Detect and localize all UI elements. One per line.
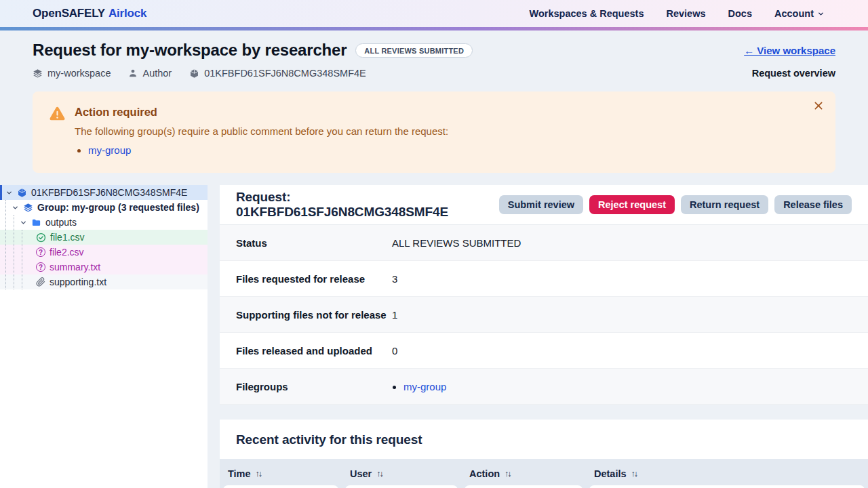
nav-workspaces-requests[interactable]: Workspaces & Requests <box>530 8 644 19</box>
detail-label: Files released and uploaded <box>220 345 392 357</box>
column-header-time[interactable]: Time ↑↓ <box>220 465 342 484</box>
column-header-details[interactable]: Details ↑↓ <box>586 465 868 484</box>
detail-value: ALL REVIEWS SUBMITTED <box>392 237 521 249</box>
detail-value: my-group <box>392 381 446 392</box>
detail-label: Filegroups <box>220 381 392 392</box>
request-card-title: Request: 01KFBFD61SFJ6N8CMG348SMF4E <box>236 190 499 220</box>
file-tree: 01KFBFD61SFJ6N8CMG348SMF4E Group: my-gro… <box>0 185 208 289</box>
tree-file-label: supporting.txt <box>50 277 106 287</box>
alert-close-button[interactable] <box>810 98 827 114</box>
sort-icon: ↑↓ <box>256 469 262 479</box>
chevron-down-icon <box>5 189 13 197</box>
tree-file-summary[interactable]: ? summary.txt <box>0 260 208 274</box>
alert-group-item: my-group <box>88 142 448 158</box>
sort-icon: ↑↓ <box>505 469 511 479</box>
alert-group-link[interactable]: my-group <box>88 144 131 156</box>
tree-request-label: 01KFBFD61SFJ6N8CMG348SMF4E <box>31 187 187 198</box>
return-request-button[interactable]: Return request <box>681 195 768 214</box>
time-filter-input[interactable] <box>223 485 338 488</box>
tree-node-group[interactable]: Group: my-group (3 requested files) <box>0 200 208 215</box>
column-header-user[interactable]: User ↑↓ <box>342 465 461 484</box>
chevron-down-icon <box>817 10 825 18</box>
column-label: Action <box>469 468 500 479</box>
folder-icon <box>31 218 41 228</box>
check-circle-icon <box>36 232 46 243</box>
details-filter-input[interactable] <box>589 485 865 488</box>
tree-file-label: summary.txt <box>50 262 100 272</box>
detail-row-files-released: Files released and uploaded 0 <box>220 333 868 369</box>
column-label: Details <box>594 468 627 479</box>
request-details-table: Status ALL REVIEWS SUBMITTED Files reque… <box>220 225 868 405</box>
nav-links: Workspaces & Requests Reviews Docs Accou… <box>530 8 825 19</box>
detail-row-supporting-files: Supporting files not for release 1 <box>220 297 868 333</box>
alert-message: The following group(s) require a public … <box>75 125 448 137</box>
tree-folder-label: outputs <box>45 217 77 228</box>
detail-label: Supporting files not for release <box>220 309 392 321</box>
meta-workspace-label: my-workspace <box>47 68 111 79</box>
alert-group-list: my-group <box>75 142 448 158</box>
status-badge: ALL REVIEWS SUBMITTED <box>355 43 473 58</box>
reject-request-button[interactable]: Reject request <box>589 195 675 214</box>
top-navbar: OpenSAFELYAirlock Workspaces & Requests … <box>0 0 868 27</box>
tree-file-label: file2.csv <box>50 247 84 258</box>
nav-account-menu[interactable]: Account <box>774 8 825 19</box>
detail-row-filegroups: Filegroups my-group <box>220 369 868 405</box>
tree-file-file2[interactable]: ? file2.csv <box>0 245 208 260</box>
package-icon <box>17 188 27 198</box>
column-label: Time <box>228 468 251 479</box>
detail-row-files-requested: Files requested for release 3 <box>220 261 868 297</box>
activity-table-header: Time ↑↓ User ↑↓ Action ↑↓ Details ↑↓ <box>220 459 868 488</box>
user-filter-input[interactable] <box>345 485 458 488</box>
layers-icon <box>23 203 33 213</box>
sort-icon: ↑↓ <box>631 469 637 479</box>
question-circle-icon: ? <box>36 262 45 272</box>
tree-file-supporting[interactable]: supporting.txt <box>0 274 208 289</box>
detail-value: 1 <box>392 309 397 321</box>
close-icon <box>813 100 824 111</box>
layers-icon <box>33 68 43 79</box>
file-tree-sidebar: 01KFBFD61SFJ6N8CMG348SMF4E Group: my-gro… <box>0 185 208 488</box>
tree-file-label: file1.csv <box>50 232 85 243</box>
content-area: 01KFBFD61SFJ6N8CMG348SMF4E Group: my-gro… <box>0 185 868 488</box>
question-circle-icon: ? <box>36 247 45 257</box>
nav-docs[interactable]: Docs <box>728 8 752 19</box>
action-required-alert: Action required The following group(s) r… <box>33 92 835 173</box>
paperclip-icon <box>36 277 45 287</box>
column-header-action[interactable]: Action ↑↓ <box>461 465 586 484</box>
detail-label: Files requested for release <box>220 273 392 285</box>
nav-reviews[interactable]: Reviews <box>666 8 705 19</box>
warning-icon <box>49 105 66 158</box>
brand-airlock: Airlock <box>108 7 146 20</box>
tree-file-file1[interactable]: file1.csv <box>0 230 208 245</box>
submit-review-button[interactable]: Submit review <box>499 195 583 214</box>
detail-row-status: Status ALL REVIEWS SUBMITTED <box>220 225 868 261</box>
meta-author-label: Author <box>142 68 172 79</box>
release-files-button[interactable]: Release files <box>774 195 852 214</box>
activity-filter-row <box>220 484 868 488</box>
request-card-header: Request: 01KFBFD61SFJ6N8CMG348SMF4E Subm… <box>220 185 868 225</box>
detail-label: Status <box>220 237 392 249</box>
action-filter-input[interactable] <box>465 485 583 488</box>
meta-request-id-label: 01KFBFD61SFJ6N8CMG348SMF4E <box>204 68 366 79</box>
request-actions: Submit review Reject request Return requ… <box>499 195 852 214</box>
recent-activity-card: Recent activity for this request Time ↑↓… <box>220 420 868 488</box>
alert-title: Action required <box>75 106 448 119</box>
column-label: User <box>350 468 372 479</box>
chevron-down-icon <box>20 219 27 226</box>
brand-logo[interactable]: OpenSAFELYAirlock <box>33 7 146 20</box>
brand-opensafely: OpenSAFELY <box>33 7 105 20</box>
user-icon <box>128 68 138 78</box>
tree-node-folder-outputs[interactable]: outputs <box>0 215 208 230</box>
sort-icon: ↑↓ <box>376 469 382 479</box>
tree-node-request[interactable]: 01KFBFD61SFJ6N8CMG348SMF4E <box>0 185 208 200</box>
alert-body: Action required The following group(s) r… <box>75 106 448 158</box>
filegroup-link[interactable]: my-group <box>403 381 446 392</box>
chevron-down-icon <box>12 204 19 211</box>
view-workspace-link[interactable]: ← View workspace <box>744 45 835 56</box>
page-header: Request for my-workspace by researcher A… <box>0 30 868 79</box>
main-panel: Request: 01KFBFD61SFJ6N8CMG348SMF4E Subm… <box>220 185 868 488</box>
page-title: Request for my-workspace by researcher <box>33 41 347 60</box>
tree-group-label: Group: my-group (3 requested files) <box>37 202 199 213</box>
recent-activity-title: Recent activity for this request <box>220 420 868 459</box>
request-overview-label: Request overview <box>752 68 835 79</box>
